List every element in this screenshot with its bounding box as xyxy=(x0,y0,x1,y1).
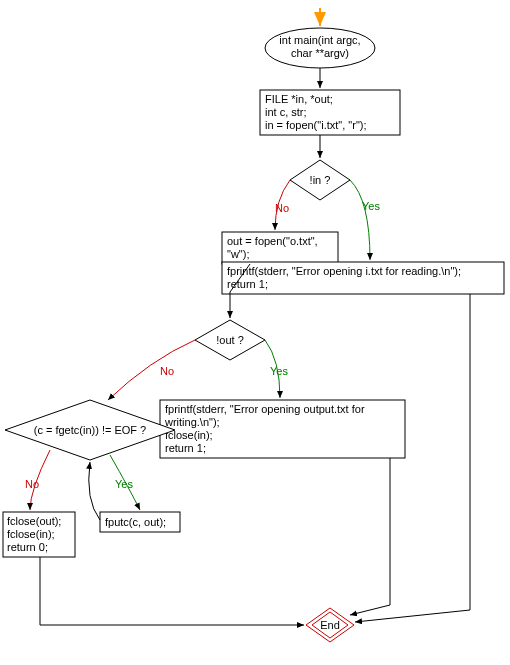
fputc-label: fputc(c, out); xyxy=(105,516,166,528)
end-label: End xyxy=(320,619,340,631)
init-l3: in = fopen("i.txt", "r"); xyxy=(265,119,367,131)
close-l2: fclose(in); xyxy=(7,528,55,540)
errout-l4: return 1; xyxy=(165,442,206,454)
yes-label-3: Yes xyxy=(115,478,133,490)
errout-l2: writing.\n"); xyxy=(164,416,220,428)
main-label-1: int main(int argc, xyxy=(279,34,360,46)
check-in-label: !in ? xyxy=(310,174,331,186)
edge-checkout-no xyxy=(108,340,195,400)
init-l2: int c, str; xyxy=(265,106,307,118)
no-label-2: No xyxy=(160,365,174,377)
errin-l1: fprintf(stderr, "Error opening i.txt for… xyxy=(227,265,461,277)
edge-errout-end xyxy=(350,458,390,615)
close-l3: return 0; xyxy=(7,541,48,553)
openout-l2: "w"); xyxy=(227,248,249,260)
errout-l1: fprintf(stderr, "Error opening output.tx… xyxy=(165,403,365,415)
openout-l1: out = fopen("o.txt", xyxy=(227,235,318,247)
no-label-3: No xyxy=(25,478,39,490)
yes-label-2: Yes xyxy=(270,365,288,377)
check-out-label: !out ? xyxy=(216,334,244,346)
loop-label: (c = fgetc(in)) != EOF ? xyxy=(34,424,146,436)
flowchart-diagram: int main(int argc, char **argv) FILE *in… xyxy=(0,0,510,665)
no-label-1: No xyxy=(275,202,289,214)
yes-label-1: Yes xyxy=(362,200,380,212)
main-label-2: char **argv) xyxy=(291,47,349,59)
edge-close-end xyxy=(40,557,304,625)
init-l1: FILE *in, *out; xyxy=(265,93,333,105)
edge-fputc-loop xyxy=(89,462,100,520)
edge-checkin-yes xyxy=(350,180,370,260)
close-l1: fclose(out); xyxy=(7,515,61,527)
